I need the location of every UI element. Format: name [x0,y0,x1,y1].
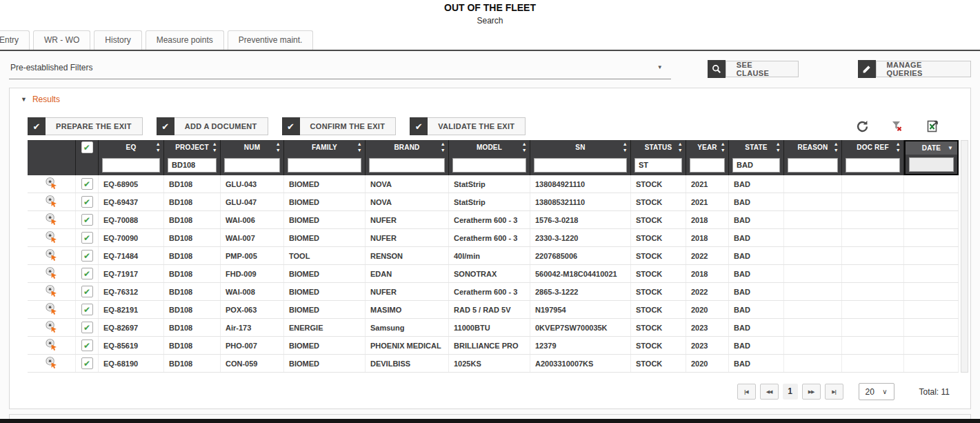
table-row[interactable]: ✔EQ-71484BD108PMP-005TOOLRENSON40l/min22… [28,247,959,265]
locate-cursor-icon[interactable] [45,302,58,317]
filter-input-family[interactable] [288,158,361,173]
row-checkbox[interactable]: ✔ [81,322,93,333]
column-header-year[interactable]: YEAR▲▼ [686,140,729,155]
confirm-the-exit-button[interactable]: ✔CONFIRM THE EXIT [282,117,397,135]
column-header-brand[interactable]: BRAND▲▼ [366,140,449,155]
locate-cursor-icon[interactable] [45,320,58,335]
filter-input-eq[interactable] [102,158,160,173]
filter-cell-eq [99,155,164,175]
previous-page-button[interactable]: ◀◀ [760,384,779,400]
row-checkbox[interactable]: ✔ [81,268,93,279]
next-page-button[interactable]: ▶▶ [802,384,821,400]
row-checkbox[interactable]: ✔ [81,304,93,315]
filter-input-sn[interactable] [534,158,627,173]
table-row[interactable]: ✔EQ-68190BD108CON-059BIOMEDDEVILBISS1025… [28,355,959,373]
table-scrollbar[interactable] [961,140,968,373]
manage-queries-button[interactable]: MANAGE QUERIES [858,60,971,78]
cell-family: ENERGIE [284,319,366,336]
select-all-checkbox[interactable]: ✔ [81,141,93,153]
sort-icon[interactable]: ▲▼ [441,141,446,153]
first-page-button[interactable]: |◀ [737,384,756,400]
tab-preventive-maint[interactable]: Preventive maint. [228,30,314,50]
filter-input-model[interactable] [452,158,526,173]
tab-wr-wo[interactable]: WR - WO [33,30,90,50]
column-header-reason[interactable]: REASON▲▼ [784,140,842,155]
locate-cursor-icon[interactable] [45,213,58,227]
locate-cursor-icon[interactable] [45,177,58,191]
column-header-project[interactable]: PROJECT▲▼ [164,140,221,155]
cell-state: BAD [729,283,784,300]
table-row[interactable]: ✔EQ-71917BD108FHD-009BIOMEDEDANSONOTRAX5… [28,265,959,283]
validate-the-exit-button[interactable]: ✔VALIDATE THE EXIT [410,117,526,135]
locate-cursor-icon[interactable] [45,284,58,299]
column-header-date[interactable]: DATE▼ [904,140,959,155]
filter-input-date[interactable] [909,157,954,172]
sort-icon[interactable]: ▲▼ [678,141,683,153]
column-header-doc-ref[interactable]: DOC REF▲▼ [842,140,904,155]
column-header-state[interactable]: STATE▲▼ [729,140,784,155]
sort-icon[interactable]: ▲▼ [834,141,839,153]
row-checkbox[interactable]: ✔ [81,196,93,208]
filter-input-doc-ref[interactable] [846,158,900,173]
filter-input-num[interactable] [224,158,280,173]
column-header-eq[interactable]: EQ▲▼ [99,140,164,155]
filter-input-reason[interactable] [788,158,838,173]
filter-input-state[interactable] [732,158,780,173]
filter-input-brand[interactable] [369,158,445,173]
excel-export-icon[interactable] [925,119,940,133]
tab-entry[interactable]: Entry [0,30,30,50]
locate-cursor-icon[interactable] [45,230,58,245]
column-header-family[interactable]: FAMILY▲▼ [284,140,366,155]
column-header-status[interactable]: STATUS▲▼ [631,140,686,155]
sort-icon[interactable]: ▲▼ [212,141,217,153]
locate-cursor-icon[interactable] [45,266,58,281]
table-row[interactable]: ✔EQ-70088BD108WAI-006BIOMEDNUFERCerather… [28,211,959,229]
locate-cursor-icon[interactable] [45,338,58,353]
prepare-the-exit-button[interactable]: ✔PREPARE THE EXIT [28,117,143,135]
tab-measure-points[interactable]: Measure points [146,30,224,50]
sort-icon[interactable]: ▲▼ [721,141,726,153]
row-checkbox[interactable]: ✔ [81,250,93,262]
sort-icon[interactable]: ▲▼ [776,141,781,153]
add-a-document-button[interactable]: ✔ADD A DOCUMENT [157,117,268,135]
clear-filter-icon[interactable] [890,119,905,133]
table-row[interactable]: ✔EQ-69437BD108GLU-047BIOMEDNOVAStatStrip… [28,193,959,211]
filter-input-year[interactable] [690,158,725,173]
row-checkbox[interactable]: ✔ [81,286,93,297]
sort-icon[interactable]: ▲▼ [276,141,281,153]
column-header-model[interactable]: MODEL▲▼ [449,140,530,155]
pre-established-filters-select[interactable]: Pre-established Filters ▼ [9,60,671,79]
last-page-button[interactable]: ▶| [825,384,843,400]
row-checkbox[interactable]: ✔ [81,340,93,351]
see-clause-button[interactable]: SEE CLAUSE [708,60,799,78]
sort-icon[interactable]: ▲▼ [896,141,901,153]
page-size-select[interactable]: 20 ∨ [859,383,894,400]
locate-cursor-icon[interactable] [45,356,58,371]
row-checkbox[interactable]: ✔ [81,178,93,190]
sort-icon[interactable]: ▲▼ [623,141,628,153]
table-row[interactable]: ✔EQ-82697BD108Air-173ENERGIESamsung11000… [28,319,959,337]
filter-input-project[interactable] [168,158,217,173]
locate-cursor-icon[interactable] [45,195,58,209]
refresh-icon[interactable] [854,119,870,133]
table-row[interactable]: ✔EQ-82191BD108POX-063BIOMEDMASIMORAD 5 /… [28,301,959,319]
table-row[interactable]: ✔EQ-85619BD108PHO-007BIOMEDPHOENIX MEDIC… [28,337,959,355]
results-section-header[interactable]: ▼ Results [10,88,970,107]
locate-cursor-icon[interactable] [45,248,58,263]
row-checkbox[interactable]: ✔ [81,357,93,369]
column-header-sn[interactable]: SN▲▼ [530,140,631,155]
current-page-number[interactable]: 1 [783,384,798,400]
row-checkbox[interactable]: ✔ [81,232,93,244]
sort-desc-icon[interactable]: ▼ [948,145,953,151]
sort-icon[interactable]: ▲▼ [156,141,161,153]
cell-state: BAD [729,355,784,372]
table-row[interactable]: ✔EQ-70090BD108WAI-007BIOMEDNUFERCerather… [28,229,959,247]
table-row[interactable]: ✔EQ-76312BD108WAI-008BIOMEDNUFERCerather… [28,283,959,301]
row-checkbox[interactable]: ✔ [81,214,93,226]
table-row[interactable]: ✔EQ-68905BD108GLU-043BIOMEDNOVAStatStrip… [28,175,959,193]
sort-icon[interactable]: ▲▼ [357,141,362,153]
column-header-num[interactable]: NUM▲▼ [221,140,284,155]
filter-input-status[interactable] [634,158,682,173]
tab-history[interactable]: History [94,30,141,50]
sort-icon[interactable]: ▲▼ [522,141,527,153]
